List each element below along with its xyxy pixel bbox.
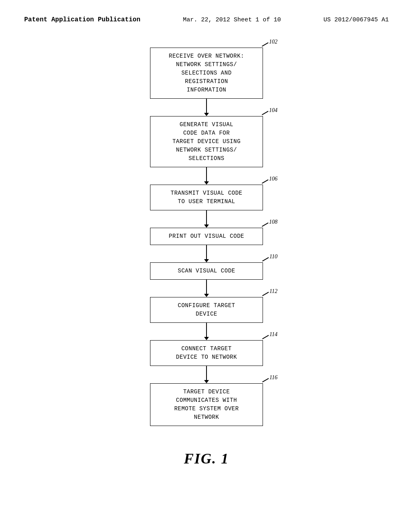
ref-num-114: 114: [269, 331, 277, 338]
step-box-102: RECEIVE OVER NETWORK:NETWORK SETTINGS/SE…: [150, 48, 263, 99]
arrow-1: [204, 167, 209, 185]
step-group-108: 108PRINT OUT VISUAL CODE: [150, 228, 263, 245]
flow-step-116: 116TARGET DEVICECOMMUNICATES WITHREMOTE …: [150, 383, 263, 426]
step-box-106: TRANSMIT VISUAL CODETO USER TERMINAL: [150, 185, 263, 210]
arrow-line: [206, 210, 207, 224]
arrow-line: [206, 99, 207, 113]
ref-num-104: 104: [269, 107, 277, 114]
step-box-114: CONNECT TARGETDEVICE TO NETWORK: [150, 340, 263, 366]
step-group-104: 104GENERATE VISUALCODE DATA FORTARGET DE…: [150, 116, 263, 167]
header-publication-type: Patent Application Publication: [24, 16, 140, 23]
flow-step-114: 114CONNECT TARGETDEVICE TO NETWORK: [150, 340, 263, 366]
step-box-116: TARGET DEVICECOMMUNICATES WITHREMOTE SYS…: [150, 383, 263, 426]
arrow-head: [204, 294, 209, 297]
ref-num-110: 110: [269, 254, 277, 260]
step-group-102: 102RECEIVE OVER NETWORK:NETWORK SETTINGS…: [150, 48, 263, 99]
arrow-5: [204, 323, 209, 340]
arrow-line: [206, 366, 207, 380]
flow-step-110: 110SCAN VISUAL CODE: [150, 262, 263, 280]
ref-num-106: 106: [269, 176, 277, 182]
header-patent-number: US 2012/0067945 A1: [323, 17, 389, 23]
step-box-104: GENERATE VISUALCODE DATA FORTARGET DEVIC…: [150, 116, 263, 167]
step-box-112: CONFIGURE TARGETDEVICE: [150, 297, 263, 323]
header-date-sheet: Mar. 22, 2012 Sheet 1 of 10: [183, 17, 281, 23]
arrow-head: [204, 224, 209, 228]
flow-step-112: 112CONFIGURE TARGETDEVICE: [150, 297, 263, 323]
arrow-0: [204, 99, 209, 116]
arrow-head: [204, 380, 209, 383]
arrow-head: [204, 259, 209, 262]
arrow-6: [204, 366, 209, 383]
flow-step-104: 104GENERATE VISUALCODE DATA FORTARGET DE…: [150, 116, 263, 167]
flow-diagram: 102RECEIVE OVER NETWORK:NETWORK SETTINGS…: [24, 48, 389, 426]
arrow-line: [206, 280, 207, 294]
arrow-head: [204, 113, 209, 116]
flow-step-102: 102RECEIVE OVER NETWORK:NETWORK SETTINGS…: [150, 48, 263, 99]
ref-num-116: 116: [269, 374, 277, 381]
ref-num-102: 102: [269, 39, 277, 45]
arrow-head: [204, 337, 209, 340]
arrow-line: [206, 323, 207, 337]
ref-num-112: 112: [269, 288, 277, 295]
step-group-114: 114CONNECT TARGETDEVICE TO NETWORK: [150, 340, 263, 366]
step-group-112: 112CONFIGURE TARGETDEVICE: [150, 297, 263, 323]
step-group-106: 106TRANSMIT VISUAL CODETO USER TERMINAL: [150, 185, 263, 210]
arrow-3: [204, 245, 209, 262]
step-box-108: PRINT OUT VISUAL CODE: [150, 228, 263, 245]
page: Patent Application Publication Mar. 22, …: [0, 0, 413, 532]
arrow-head: [204, 181, 209, 185]
arrow-4: [204, 280, 209, 297]
arrow-2: [204, 210, 209, 228]
flow-step-106: 106TRANSMIT VISUAL CODETO USER TERMINAL: [150, 185, 263, 210]
arrow-line: [206, 167, 207, 181]
page-header: Patent Application Publication Mar. 22, …: [24, 16, 389, 23]
step-box-110: SCAN VISUAL CODE: [150, 262, 263, 280]
step-group-110: 110SCAN VISUAL CODE: [150, 262, 263, 280]
step-group-116: 116TARGET DEVICECOMMUNICATES WITHREMOTE …: [150, 383, 263, 426]
flow-step-108: 108PRINT OUT VISUAL CODE: [150, 228, 263, 245]
arrow-line: [206, 245, 207, 259]
figure-caption: FIG. 1: [24, 450, 389, 467]
ref-num-108: 108: [269, 219, 277, 225]
